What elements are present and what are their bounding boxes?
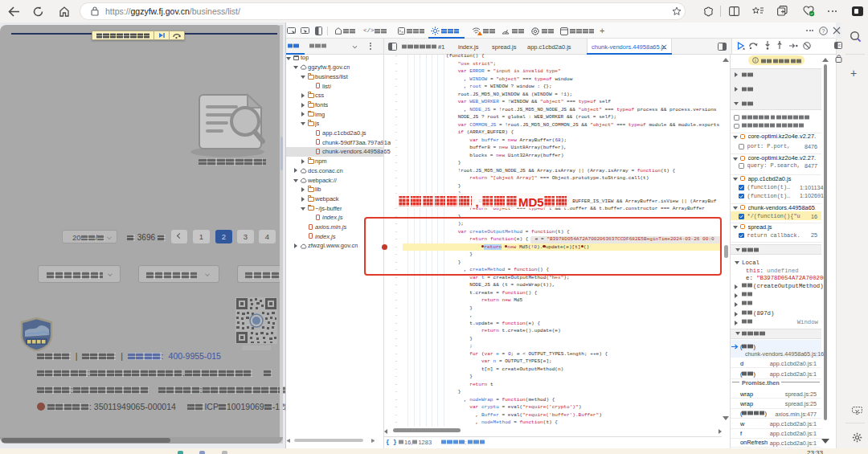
svg-text:?: ? — [822, 28, 825, 34]
